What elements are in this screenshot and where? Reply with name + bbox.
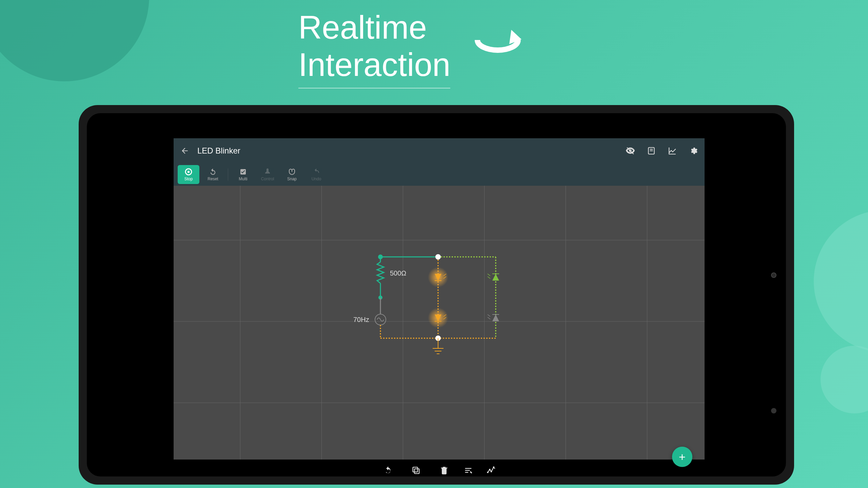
svg-point-18 bbox=[435, 254, 441, 260]
plot-button[interactable]: Plot bbox=[487, 466, 496, 476]
circuit-diagram[interactable]: 500Ω 70Hz bbox=[350, 243, 506, 372]
toolbar-separator bbox=[228, 168, 228, 181]
edit-button[interactable]: Edit bbox=[463, 466, 473, 476]
graph-icon[interactable] bbox=[668, 146, 677, 155]
tablet-frame: LED Blinker Stop Reset bbox=[79, 105, 794, 485]
grid-line bbox=[174, 403, 705, 403]
grid-line bbox=[647, 186, 647, 476]
tablet-home-button bbox=[771, 408, 776, 413]
undo-button[interactable]: Undo bbox=[305, 165, 327, 184]
toolbar: Stop Reset Multi Control Snap bbox=[174, 163, 705, 186]
reset-button[interactable]: Reset bbox=[202, 165, 224, 184]
save-icon[interactable] bbox=[647, 146, 656, 155]
svg-point-36 bbox=[489, 469, 491, 470]
delete-button[interactable]: Delete bbox=[438, 466, 450, 476]
decorative-circle bbox=[0, 0, 149, 81]
bottom-toolbar: Rotate Duplicate Delete Edit Plot bbox=[174, 460, 705, 476]
headline: Realtime Interaction bbox=[298, 9, 528, 88]
app-window: LED Blinker Stop Reset bbox=[174, 138, 705, 476]
visibility-off-icon[interactable] bbox=[626, 146, 635, 155]
svg-point-35 bbox=[487, 472, 489, 473]
grid-line bbox=[174, 240, 705, 240]
svg-point-17 bbox=[378, 255, 383, 259]
grid-line bbox=[566, 186, 566, 476]
headline-text: Realtime Interaction bbox=[298, 9, 450, 88]
decorative-circle bbox=[814, 210, 868, 352]
svg-point-38 bbox=[493, 466, 495, 468]
settings-icon[interactable] bbox=[689, 146, 698, 155]
rotate-arrow-icon bbox=[467, 26, 528, 70]
svg-point-37 bbox=[491, 471, 492, 472]
source-label: 70Hz bbox=[353, 316, 369, 323]
back-button[interactable] bbox=[180, 146, 189, 155]
titlebar: LED Blinker bbox=[174, 138, 705, 163]
tablet-screen: LED Blinker Stop Reset bbox=[87, 113, 786, 476]
control-button[interactable]: Control bbox=[257, 165, 278, 184]
svg-rect-30 bbox=[415, 469, 419, 473]
rotate-button[interactable]: Rotate bbox=[382, 466, 394, 476]
grid-line bbox=[240, 186, 240, 476]
circuit-canvas[interactable]: 500Ω 70Hz bbox=[174, 186, 705, 476]
app-title: LED Blinker bbox=[197, 146, 618, 156]
stop-button[interactable]: Stop bbox=[178, 165, 199, 184]
resistor-label: 500Ω bbox=[390, 269, 406, 277]
add-fab[interactable]: + bbox=[672, 447, 692, 467]
grid-line bbox=[321, 186, 322, 476]
multi-button[interactable]: Multi bbox=[232, 165, 254, 184]
decorative-circle bbox=[821, 346, 868, 413]
svg-rect-31 bbox=[413, 467, 418, 472]
tablet-camera bbox=[771, 272, 776, 278]
duplicate-button[interactable]: Duplicate bbox=[408, 466, 425, 476]
snap-button[interactable]: Snap bbox=[281, 165, 303, 184]
svg-rect-4 bbox=[188, 171, 190, 173]
